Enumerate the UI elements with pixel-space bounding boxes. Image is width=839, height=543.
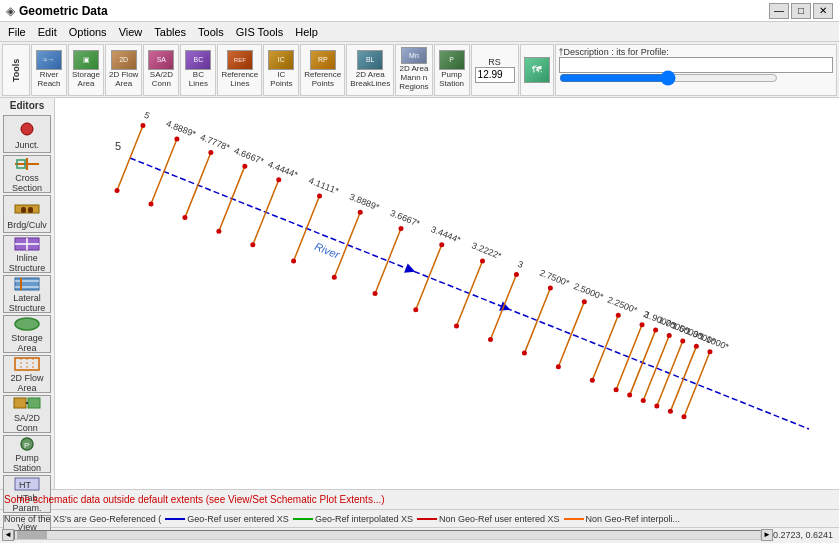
legend-non-geo-ref-user-label: Non Geo-Ref user entered XS xyxy=(439,514,560,524)
toolbar-pump-station[interactable]: P PumpStation xyxy=(434,44,470,96)
lateral-structure-editor-button[interactable]: LateralStructure xyxy=(3,275,51,313)
svg-rect-6 xyxy=(28,207,33,213)
menu-help[interactable]: Help xyxy=(289,25,324,39)
menu-file[interactable]: File xyxy=(2,25,32,39)
toolbar-2d-area-mann[interactable]: Mn 2D AreaMann nRegions xyxy=(395,44,432,96)
window-title: Geometric Data xyxy=(19,4,769,18)
svg-rect-19 xyxy=(14,398,26,408)
2d-area-breaklines-label: 2D AreaBreakLines xyxy=(350,70,390,88)
title-bar: ◈ Geometric Data — □ ✕ xyxy=(0,0,839,22)
cross-section-editor-button[interactable]: CrossSection xyxy=(3,155,51,193)
maximize-button[interactable]: □ xyxy=(791,3,811,19)
legend-non-geo-ref-interp-label: Non Geo-Ref interpoli... xyxy=(586,514,681,524)
bridge-culvert-editor-button[interactable]: Brdg/Culv xyxy=(3,195,51,233)
menu-gis-tools[interactable]: GIS Tools xyxy=(230,25,290,39)
storage-area-icon: ▣ xyxy=(73,50,99,70)
coordinate-display: 0.2723, 0.6241 xyxy=(773,530,837,540)
reference-points-icon: RP xyxy=(310,50,336,70)
reference-lines-label: ReferenceLines xyxy=(221,70,258,88)
scroll-left-button[interactable]: ◄ xyxy=(2,529,14,541)
window-controls: — □ ✕ xyxy=(769,3,833,19)
sa2d-conn-icon: SA xyxy=(148,50,174,70)
bc-lines-icon: BC xyxy=(185,50,211,70)
legend-non-geo-ref-interp: Non Geo-Ref interpoli... xyxy=(564,514,681,524)
schematic-canvas[interactable] xyxy=(55,98,839,489)
inline-structure-label: InlineStructure xyxy=(9,253,46,273)
storage-area-editor-button[interactable]: StorageArea xyxy=(3,315,51,353)
rs-label: RS xyxy=(488,57,501,67)
minimize-button[interactable]: — xyxy=(769,3,789,19)
canvas-area xyxy=(55,98,839,489)
legend-prefix: None of the XS's are Geo-Referenced ( xyxy=(4,514,161,524)
menu-edit[interactable]: Edit xyxy=(32,25,63,39)
scrollbar-thumb[interactable] xyxy=(17,531,47,539)
inline-structure-editor-button[interactable]: InlineStructure xyxy=(3,235,51,273)
toolbar-2d-area-breaklines[interactable]: BL 2D AreaBreakLines xyxy=(346,44,394,96)
river-reach-label: RiverReach xyxy=(37,70,60,88)
pump-station-toolbar-label: PumpStation xyxy=(439,70,464,88)
svg-text:HT: HT xyxy=(19,480,31,490)
editors-label: Editors xyxy=(10,100,44,111)
status-warning-text: Some schematic data outside default exte… xyxy=(4,494,385,505)
sa2d-conn-editor-label: SA/2DConn xyxy=(14,413,40,433)
junction-editor-button[interactable]: Junct. xyxy=(3,115,51,153)
editors-panel: Editors Junct. CrossSection xyxy=(0,98,55,489)
toolbar-river-reach[interactable]: ≈→ RiverReach xyxy=(31,44,67,96)
svg-point-0 xyxy=(21,123,33,135)
toolbar: Tools ≈→ RiverReach ▣ StorageArea 2D 2D … xyxy=(0,42,839,98)
toolbar-reference-lines[interactable]: REF ReferenceLines xyxy=(217,44,262,96)
pump-station-editor-icon: P xyxy=(12,436,42,452)
storage-area-editor-icon xyxy=(12,316,42,332)
map-icon: 🗺 xyxy=(524,57,550,83)
menu-view[interactable]: View xyxy=(113,25,149,39)
2d-flow-area-editor-icon xyxy=(12,356,42,372)
junction-label: Junct. xyxy=(15,140,39,150)
ic-points-icon: IC xyxy=(268,50,294,70)
toolbar-bc-lines[interactable]: BC BCLines xyxy=(180,44,216,96)
close-button[interactable]: ✕ xyxy=(813,3,833,19)
bridge-culvert-label: Brdg/Culv xyxy=(7,220,47,230)
reference-points-label: ReferencePoints xyxy=(304,70,341,88)
toolbar-ic-points[interactable]: IC ICPoints xyxy=(263,44,299,96)
app-icon: ◈ xyxy=(6,4,15,18)
horizontal-scrollbar[interactable]: ◄ ► 0.2723, 0.6241 xyxy=(0,527,839,541)
2d-flow-area-editor-label: 2D FlowArea xyxy=(10,373,43,393)
cross-section-label: CrossSection xyxy=(12,173,42,193)
svg-rect-4 xyxy=(15,205,39,213)
bc-lines-label: BCLines xyxy=(189,70,208,88)
status-bar: Some schematic data outside default exte… xyxy=(0,489,839,509)
description-group: †Description : its for Profile: xyxy=(555,44,837,96)
toolbar-sa2d-conn[interactable]: SA SA/2DConn xyxy=(143,44,179,96)
tools-label: Tools xyxy=(11,47,21,93)
toolbar-2d-flow-area[interactable]: 2D 2D FlowArea xyxy=(105,44,142,96)
2d-flow-area-label: 2D FlowArea xyxy=(109,70,138,88)
toolbar-storage-area[interactable]: ▣ StorageArea xyxy=(68,44,104,96)
description-slider[interactable] xyxy=(559,74,779,82)
legend-geo-ref-user-label: Geo-Ref user entered XS xyxy=(187,514,289,524)
legend-bar: None of the XS's are Geo-Referenced ( Ge… xyxy=(0,509,839,527)
scroll-right-button[interactable]: ► xyxy=(761,529,773,541)
2d-flow-area-editor-button[interactable]: 2D FlowArea xyxy=(3,355,51,393)
legend-non-geo-ref-interp-line xyxy=(564,518,584,520)
pump-station-editor-button[interactable]: P PumpStation xyxy=(3,435,51,473)
toolbar-map[interactable]: 🗺 xyxy=(520,44,554,96)
ic-points-label: ICPoints xyxy=(270,70,292,88)
pump-station-toolbar-icon: P xyxy=(439,50,465,70)
menu-tables[interactable]: Tables xyxy=(148,25,192,39)
description-label: †Description : its for Profile: xyxy=(559,47,669,57)
sa2d-conn-editor-button[interactable]: SA/2DConn xyxy=(3,395,51,433)
menu-tools[interactable]: Tools xyxy=(192,25,230,39)
legend-non-geo-ref-user-line xyxy=(417,518,437,520)
scrollbar-track[interactable] xyxy=(14,530,761,540)
legend-geo-ref-interp-line xyxy=(293,518,313,520)
menu-options[interactable]: Options xyxy=(63,25,113,39)
lateral-structure-icon xyxy=(12,276,42,292)
svg-rect-5 xyxy=(21,207,26,213)
reference-lines-icon: REF xyxy=(227,50,253,70)
rs-input[interactable] xyxy=(475,67,515,83)
lateral-structure-label: LateralStructure xyxy=(9,293,46,313)
svg-point-14 xyxy=(15,318,39,330)
legend-geo-ref-user: Geo-Ref user entered XS xyxy=(165,514,289,524)
toolbar-reference-points[interactable]: RP ReferencePoints xyxy=(300,44,345,96)
main-area: Editors Junct. CrossSection xyxy=(0,98,839,489)
